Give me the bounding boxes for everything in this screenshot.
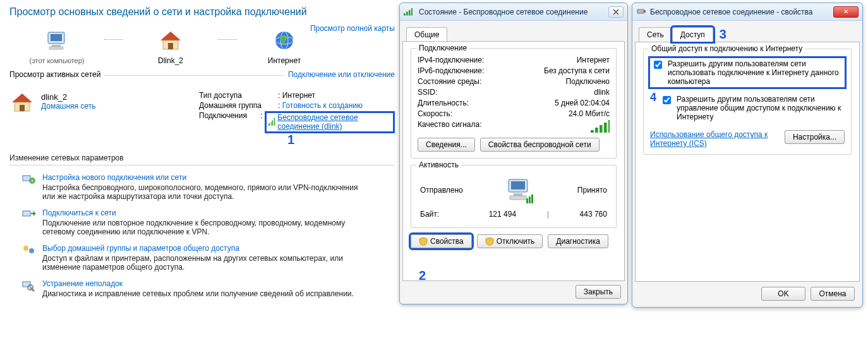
- svg-marker-10: [12, 93, 32, 102]
- close-dialog-button[interactable]: Закрыть: [576, 285, 621, 299]
- node-this-pc-label: (этот компьютер): [9, 57, 104, 64]
- bytes-recv: 443 760: [580, 210, 607, 219]
- network-diagram: (этот компьютер) Dlink_2 Интернет: [9, 29, 395, 65]
- signal-strength-icon: [591, 120, 610, 133]
- network-center-panel: Просмотр основных сведений о сети и наст…: [9, 6, 395, 301]
- connection-status-dialog: Состояние - Беспроводное сетевое соедине…: [399, 3, 628, 304]
- tab-access[interactable]: Доступ: [672, 27, 713, 42]
- node-router: Dlink_2: [123, 29, 218, 65]
- svg-rect-28: [637, 9, 644, 13]
- group-ics-label: Общий доступ к подключению к Интернету: [649, 44, 805, 53]
- params-divider: [9, 165, 395, 165]
- active-network: dlink_2 Домашняя сеть Тип доступа: Интер…: [9, 91, 395, 135]
- group-activity: Активность Отправлено Принято Байт: 121 …: [411, 165, 617, 228]
- tasks-list: + Настройка нового подключения или сети …: [9, 173, 395, 298]
- tab-network[interactable]: Сеть: [639, 27, 672, 42]
- wireless-properties-button[interactable]: Свойства беспроводной сети: [480, 138, 600, 152]
- properties-button-label: Свойства: [430, 237, 464, 246]
- ssid-key: SSID: [418, 88, 437, 97]
- ipv4-key: IPv4-подключение: [418, 56, 484, 64]
- allow-share-checkbox[interactable]: Разрешить другим пользователям сети испо…: [650, 58, 845, 87]
- group-connection-label: Подключение: [416, 44, 469, 52]
- signal-icon: [404, 8, 413, 16]
- bytes-label: Байт:: [420, 210, 458, 219]
- properties-button[interactable]: Свойства: [411, 234, 472, 248]
- ok-button[interactable]: OK: [761, 287, 805, 301]
- svg-rect-6: [168, 43, 173, 49]
- ssid-value: dlink: [594, 88, 610, 97]
- connections-key: Подключения: [199, 111, 260, 133]
- callout-4: 4: [650, 91, 658, 104]
- active-networks-header: Просмотр активных сетей: [9, 70, 104, 79]
- disable-button[interactable]: Отключить: [477, 234, 543, 248]
- allow-control-input[interactable]: [663, 96, 671, 104]
- svg-rect-23: [514, 193, 522, 196]
- node-internet-label: Интернет: [237, 56, 332, 65]
- task-troubleshoot-link[interactable]: Устранение неполадок: [42, 279, 123, 288]
- group-ics: Общий доступ к подключению к Интернету Р…: [643, 49, 852, 155]
- media-value: Подключено: [566, 77, 610, 86]
- connect-disconnect-link[interactable]: Подключение или отключение: [284, 70, 395, 79]
- house-icon: [158, 29, 183, 52]
- ics-help-link[interactable]: Использование общего доступа к Интернету…: [650, 130, 785, 148]
- task-new-connection-link[interactable]: Настройка нового подключения или сети: [42, 173, 186, 182]
- homegroup-link[interactable]: Готовность к созданию: [282, 101, 363, 110]
- task-connect-link[interactable]: Подключиться к сети: [42, 208, 116, 217]
- view-full-map-link[interactable]: Просмотр полной карты: [310, 24, 395, 33]
- sent-label: Отправлено: [420, 186, 463, 195]
- task-homegroup-desc: Доступ к файлам и принтерам, расположенн…: [42, 254, 371, 272]
- activity-icon: [501, 176, 539, 205]
- svg-text:+: +: [31, 178, 34, 184]
- disable-button-label: Отключить: [497, 237, 535, 246]
- svg-rect-24: [510, 196, 526, 200]
- shield-icon: [485, 237, 494, 246]
- new-connection-icon: +: [22, 173, 36, 188]
- svg-rect-12: [20, 105, 25, 111]
- connect-icon: [22, 208, 36, 223]
- troubleshoot-icon: [22, 279, 36, 294]
- props-titlebar[interactable]: Беспроводное сетевое соединение - свойст…: [632, 3, 862, 21]
- diagnose-button[interactable]: Диагностика: [548, 234, 608, 248]
- status-titlebar[interactable]: Состояние - Беспроводное сетевое соедине…: [400, 3, 627, 21]
- status-title: Состояние - Беспроводное сетевое соедине…: [419, 8, 605, 16]
- group-activity-label: Активность: [416, 160, 461, 169]
- access-type-value: Интернет: [282, 91, 315, 100]
- props-tabpanel: Общий доступ к подключению к Интернету Р…: [635, 42, 860, 282]
- callout-2: 2: [419, 268, 426, 283]
- svg-point-17: [23, 246, 28, 251]
- bytes-sent: 121 494: [489, 210, 516, 219]
- active-networks-divider: Просмотр активных сетей Подключение или …: [9, 75, 395, 85]
- svg-rect-26: [529, 196, 531, 203]
- details-button[interactable]: Сведения...: [418, 138, 475, 152]
- close-button[interactable]: ✕: [833, 6, 859, 18]
- diagram-line: [218, 39, 237, 40]
- node-router-label: Dlink_2: [123, 56, 218, 65]
- svg-marker-4: [160, 32, 181, 40]
- task-troubleshoot-desc: Диагностика и исправление сетевых пробле…: [42, 289, 354, 298]
- callout-1: 1: [287, 133, 294, 147]
- allow-share-label: Разрешить другим пользователям сети испо…: [668, 59, 843, 86]
- wireless-connection-link[interactable]: Беспроводное сетевое соединение (dlink): [277, 113, 391, 131]
- cancel-button[interactable]: Отмена: [811, 287, 855, 301]
- active-network-type-link[interactable]: Домашняя сеть: [41, 102, 95, 111]
- task-new-connection: + Настройка нового подключения или сети …: [22, 173, 395, 201]
- svg-rect-29: [644, 10, 646, 13]
- task-connect: Подключиться к сети Подключение или повт…: [22, 208, 395, 236]
- speed-value: 24.0 Мбит/с: [569, 109, 610, 118]
- homegroup-key: Домашняя группа: [199, 101, 278, 110]
- allow-share-input[interactable]: [654, 61, 662, 69]
- svg-rect-1: [51, 34, 62, 41]
- tab-general[interactable]: Общие: [406, 27, 447, 41]
- recv-label: Принято: [577, 186, 607, 195]
- task-homegroup-link[interactable]: Выбор домашней группы и параметров общег…: [42, 244, 239, 253]
- signal-key: Качество сигнала: [418, 120, 481, 133]
- ipv4-value: Интернет: [577, 56, 610, 64]
- diagram-line: [104, 39, 123, 40]
- callout-3: 3: [720, 27, 726, 42]
- settings-button[interactable]: Настройка...: [785, 130, 845, 144]
- close-button[interactable]: [608, 6, 624, 18]
- allow-control-checkbox[interactable]: Разрешить другим пользователям сети упра…: [660, 95, 845, 121]
- task-troubleshoot: Устранение неполадок Диагностика и испра…: [22, 279, 395, 298]
- svg-rect-27: [531, 195, 533, 203]
- bytes-separator: |: [547, 210, 549, 219]
